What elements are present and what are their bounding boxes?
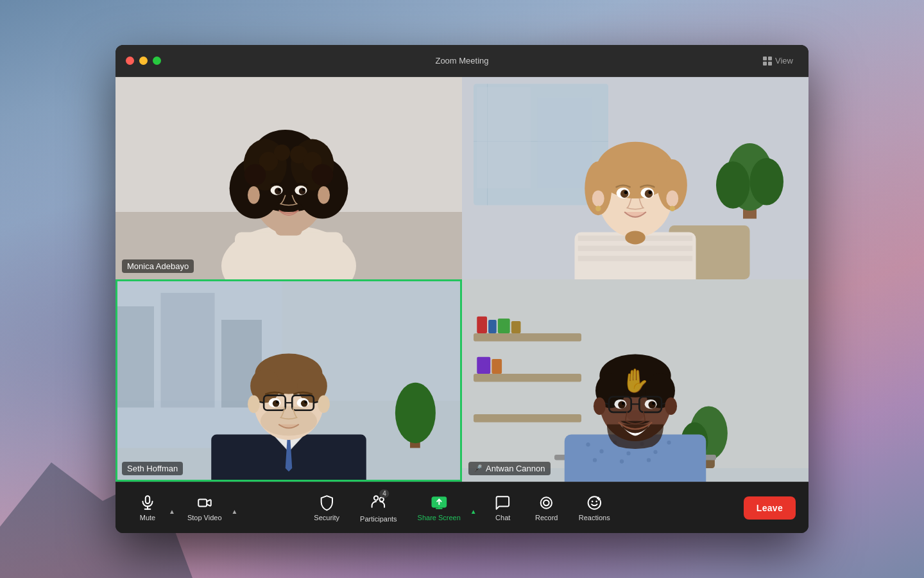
svg-point-81: [273, 400, 280, 407]
security-button[interactable]: Security: [306, 491, 347, 525]
svg-point-56: [666, 190, 678, 206]
minimize-button[interactable]: [139, 57, 148, 65]
stop-video-label: Stop Video: [187, 514, 222, 521]
svg-rect-90: [474, 374, 581, 382]
share-screen-group: Share Screen ▲: [410, 491, 479, 525]
mic-off-icon: 🎤: [474, 464, 483, 473]
video-tile-seth: Seth Hoffman: [116, 279, 462, 482]
svg-point-26: [248, 186, 260, 204]
mute-button[interactable]: Mute: [128, 491, 167, 525]
view-button[interactable]: View: [758, 53, 798, 68]
toolbar-right: Leave: [744, 496, 796, 520]
mute-chevron[interactable]: ▲: [167, 498, 177, 518]
participant-label-antwan: 🎤 Antwan Cannon: [468, 462, 551, 475]
shield-icon: [318, 495, 335, 511]
share-screen-chevron[interactable]: ▲: [468, 498, 479, 518]
record-label: Record: [535, 514, 558, 521]
video-grid: Monica Adebayo: [116, 77, 809, 482]
participants-count: 4: [379, 489, 389, 498]
svg-point-129: [622, 402, 624, 405]
svg-rect-33: [538, 98, 592, 189]
participants-label: Participants: [360, 515, 397, 523]
svg-rect-41: [578, 246, 693, 251]
svg-point-48: [625, 231, 646, 244]
close-button[interactable]: [126, 57, 134, 65]
svg-point-131: [627, 410, 643, 421]
stop-video-chevron[interactable]: ▲: [230, 498, 240, 518]
reactions-button[interactable]: Reactions: [571, 491, 618, 525]
participant-label-monica: Monica Adebayo: [122, 259, 194, 273]
participant-name-antwan: Antwan Cannon: [486, 464, 545, 473]
reactions-label: Reactions: [579, 514, 610, 521]
svg-point-133: [665, 398, 677, 415]
svg-point-18: [244, 164, 266, 186]
svg-point-110: [593, 458, 597, 462]
toolbar-left: Mute ▲ Stop Video ▲: [128, 491, 239, 525]
svg-rect-92: [477, 317, 487, 333]
svg-rect-93: [488, 320, 497, 333]
toolbar-center: Security 4 Participants: [306, 489, 617, 527]
svg-point-128: [648, 401, 656, 409]
svg-point-54: [648, 191, 651, 194]
svg-point-139: [380, 497, 384, 502]
svg-rect-91: [474, 414, 581, 423]
maximize-button[interactable]: [153, 57, 161, 65]
svg-rect-62: [116, 306, 154, 408]
svg-point-130: [652, 402, 654, 405]
toolbar: Mute ▲ Stop Video ▲: [116, 482, 809, 533]
share-screen-icon: [431, 495, 447, 511]
svg-point-27: [318, 186, 330, 204]
share-screen-button[interactable]: Share Screen: [410, 491, 468, 525]
svg-point-55: [592, 190, 604, 206]
svg-rect-137: [198, 499, 207, 506]
video-tile-monica: Monica Adebayo: [116, 77, 462, 279]
share-screen-label: Share Screen: [418, 514, 461, 521]
svg-point-22: [275, 188, 282, 195]
svg-point-36: [716, 161, 750, 209]
svg-point-111: [620, 459, 624, 463]
window-title: Zoom Meeting: [435, 56, 488, 66]
svg-rect-42: [578, 256, 693, 261]
svg-point-53: [624, 191, 628, 194]
record-button[interactable]: Record: [527, 491, 566, 525]
mic-icon: [139, 495, 156, 511]
svg-rect-32: [477, 87, 531, 189]
svg-rect-95: [511, 321, 521, 333]
svg-point-104: [599, 450, 603, 453]
svg-rect-96: [477, 357, 490, 374]
participant-label-seth: Seth Hoffman: [122, 462, 183, 475]
stop-video-button[interactable]: Stop Video: [180, 491, 230, 525]
mute-group: Mute ▲: [128, 491, 177, 525]
svg-point-127: [618, 401, 626, 409]
svg-point-143: [543, 500, 549, 505]
svg-point-83: [276, 401, 278, 403]
svg-rect-89: [474, 333, 581, 342]
title-bar: Zoom Meeting View: [116, 45, 809, 77]
video-tile-woman2: [462, 77, 809, 279]
svg-point-19: [312, 164, 334, 186]
svg-point-52: [645, 189, 653, 198]
reactions-icon: [586, 495, 603, 511]
participant-name-seth: Seth Hoffman: [127, 464, 178, 473]
svg-point-85: [248, 396, 260, 413]
svg-point-66: [395, 383, 436, 444]
svg-rect-94: [498, 319, 510, 333]
svg-point-106: [626, 451, 630, 455]
svg-point-86: [318, 396, 330, 413]
svg-rect-63: [161, 293, 215, 408]
svg-point-84: [304, 401, 307, 403]
svg-point-132: [594, 398, 606, 415]
chat-icon: [495, 495, 511, 511]
svg-point-24: [278, 188, 280, 191]
svg-point-108: [653, 450, 657, 454]
svg-point-109: [667, 441, 671, 444]
mute-label: Mute: [140, 514, 155, 521]
svg-point-82: [301, 400, 308, 407]
chat-button[interactable]: Chat: [484, 491, 522, 525]
leave-button[interactable]: Leave: [744, 496, 796, 520]
svg-point-112: [647, 458, 651, 462]
svg-point-142: [541, 497, 552, 508]
video-tile-antwan: ✋ 🎤 Antwan Cannon: [462, 279, 809, 482]
view-label: View: [775, 56, 793, 66]
participants-button[interactable]: 4 Participants: [352, 489, 404, 527]
